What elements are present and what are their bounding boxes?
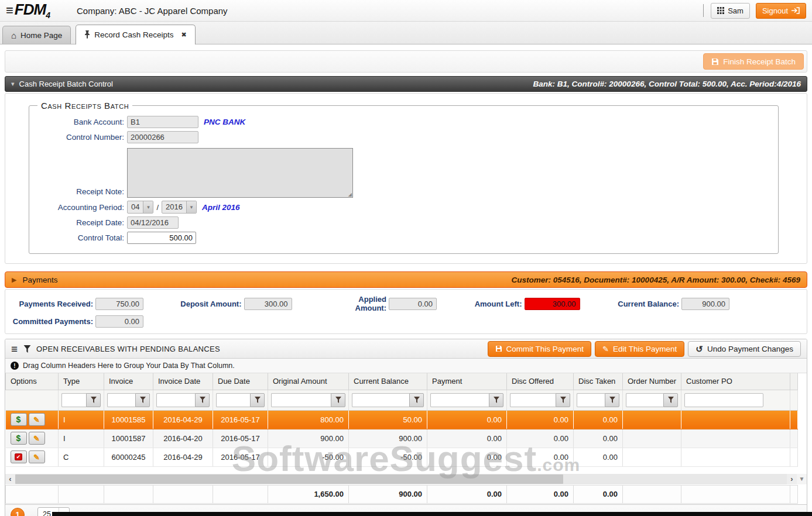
payments-received-field[interactable]: [95, 298, 143, 310]
header-row: Options Type Invoice Invoice Date Due Da…: [6, 373, 798, 390]
tab-bar: ⌂ Home Page Record Cash Receipts ✖: [0, 22, 812, 44]
filter-input-invoice-date[interactable]: [156, 393, 195, 407]
cell-customer-po: [681, 429, 790, 448]
filter-funnel-icon[interactable]: [556, 393, 570, 407]
scroll-down-icon[interactable]: ▼: [797, 474, 807, 484]
receipt-date-field[interactable]: [127, 216, 179, 229]
undo-payment-button[interactable]: ↺ Undo Payment Changes: [688, 341, 801, 357]
dollar-icon: $: [16, 415, 21, 424]
filter-funnel-icon[interactable]: [605, 393, 619, 407]
brand-sub: 4: [46, 11, 50, 20]
filter-input-disc-taken[interactable]: [577, 393, 605, 407]
table-row[interactable]: $ ✎ I 10001585 2016-04-29 2016-05-17 800…: [6, 410, 798, 429]
batch-control-header[interactable]: ▾ Cash Receipt Batch Control Bank: B1, C…: [5, 76, 807, 92]
scroll-left-icon[interactable]: ‹: [5, 474, 15, 484]
finish-receipt-batch-button[interactable]: Finish Receipt Batch: [703, 53, 804, 70]
scroll-right-icon[interactable]: ›: [787, 474, 797, 484]
col-header-original-amount[interactable]: Original Amount: [268, 373, 349, 390]
grid-filter-icon[interactable]: [23, 345, 31, 353]
cell-order-number: [623, 429, 681, 448]
signout-icon: [792, 7, 800, 14]
hamburger-menu-icon[interactable]: ≡: [6, 4, 13, 17]
filter-input-customer-po[interactable]: [684, 393, 763, 407]
filter-input-invoice[interactable]: [107, 393, 135, 407]
grid-action-buttons: Commit This Payment ✎ Edit This Payment …: [488, 341, 801, 357]
filter-input-order-number[interactable]: [626, 393, 663, 407]
deposit-amount-field[interactable]: [244, 298, 292, 310]
page-1-button[interactable]: 1: [11, 508, 25, 516]
col-header-customer-po[interactable]: Customer PO: [681, 373, 790, 390]
col-header-current-balance[interactable]: Current Balance: [349, 373, 427, 390]
save-icon: [711, 58, 719, 66]
filter-funnel-icon[interactable]: [489, 393, 503, 407]
filter-funnel-icon[interactable]: [331, 393, 345, 407]
current-balance-field[interactable]: [681, 298, 729, 310]
edit-row-button[interactable]: ✎: [29, 413, 45, 426]
cell-due-date: 2016-05-17: [213, 410, 268, 429]
control-total-field[interactable]: [127, 232, 196, 244]
filter-input-payment[interactable]: [430, 393, 489, 407]
control-total-row: Control Total:: [37, 232, 770, 244]
filter-funnel-icon[interactable]: [663, 393, 678, 407]
applied-amount-field[interactable]: [389, 298, 437, 310]
table-row[interactable]: $ ✎ I 10001587 2016-04-20 2016-05-17 900…: [6, 429, 798, 448]
filter-cell-options: [6, 390, 59, 410]
select-credit-button[interactable]: ✔: [11, 450, 27, 463]
receipt-note-field[interactable]: ◢: [127, 148, 353, 198]
filter-funnel-icon[interactable]: [86, 393, 101, 407]
payments-header[interactable]: ▶ Payments Customer: 054516, Document#: …: [5, 271, 807, 288]
apply-payment-button[interactable]: $: [11, 432, 27, 445]
col-header-type[interactable]: Type: [59, 373, 104, 390]
commit-payment-button[interactable]: Commit This Payment: [488, 341, 592, 357]
grid-menu-icon[interactable]: ≡: [11, 343, 18, 355]
col-header-disc-taken[interactable]: Disc Taken: [574, 373, 623, 390]
filter-input-current-balance[interactable]: [352, 393, 409, 407]
scrollbar-track[interactable]: [15, 474, 787, 484]
col-header-payment[interactable]: Payment: [427, 373, 507, 390]
collapse-caret-icon[interactable]: ▾: [11, 80, 15, 88]
control-total-label: Control Total:: [37, 233, 124, 242]
col-header-invoice-date[interactable]: Invoice Date: [153, 373, 213, 390]
user-menu-button[interactable]: Sam: [711, 3, 750, 19]
batch-control-title: Cash Receipt Batch Control: [19, 80, 113, 88]
cell-due-date: 2016-05-17: [213, 448, 268, 466]
edit-payment-button[interactable]: ✎ Edit This Payment: [595, 341, 684, 357]
totals-row: 1,650.00 900.00 0.00 0.00 0.00: [5, 485, 798, 504]
filter-input-due-date[interactable]: [216, 393, 250, 407]
col-header-invoice[interactable]: Invoice: [104, 373, 153, 390]
cell-disc-offered: 0.00: [507, 448, 574, 466]
tab-record-cash-receipts[interactable]: Record Cash Receipts ✖: [76, 25, 195, 44]
filter-input-disc-offered[interactable]: [510, 393, 556, 407]
table-row[interactable]: ✔ ✎ C 60000245 2016-04-29 2016-05-17 -50…: [6, 448, 798, 466]
filter-funnel-icon[interactable]: [135, 393, 150, 407]
edit-row-button[interactable]: ✎: [29, 450, 45, 463]
period-month-select[interactable]: 04 ▾: [127, 201, 153, 214]
cell-customer-po: [681, 448, 790, 466]
edit-pencil-icon: ✎: [33, 435, 40, 442]
col-header-order-number[interactable]: Order Number: [623, 373, 681, 390]
bottom-bar: [52, 512, 812, 516]
col-header-due-date[interactable]: Due Date: [213, 373, 268, 390]
bank-account-field[interactable]: [127, 116, 198, 128]
apply-payment-button[interactable]: $: [11, 413, 27, 426]
amount-left-field[interactable]: [525, 298, 580, 310]
resize-handle-icon[interactable]: ◢: [348, 192, 352, 197]
filter-input-original-amount[interactable]: [271, 393, 331, 407]
filter-input-type[interactable]: [61, 393, 86, 407]
filter-funnel-icon[interactable]: [250, 393, 265, 407]
col-header-options[interactable]: Options: [6, 373, 59, 390]
close-icon[interactable]: ✖: [181, 31, 186, 39]
committed-payments-field[interactable]: [95, 315, 143, 328]
group-by-dropzone[interactable]: ! Drag Column Headers Here to Group Your…: [5, 359, 807, 373]
expand-caret-icon[interactable]: ▶: [12, 276, 16, 284]
tab-home-page[interactable]: ⌂ Home Page: [2, 26, 71, 44]
filter-funnel-icon[interactable]: [195, 393, 210, 407]
scrollbar-thumb[interactable]: [15, 474, 563, 484]
signout-button[interactable]: Signout: [756, 3, 806, 19]
period-year-select[interactable]: 2016 ▾: [162, 201, 197, 214]
pushpin-icon[interactable]: [84, 30, 90, 39]
control-number-field[interactable]: [127, 131, 198, 143]
col-header-disc-offered[interactable]: Disc Offered: [507, 373, 574, 390]
edit-row-button[interactable]: ✎: [29, 432, 45, 445]
filter-funnel-icon[interactable]: [409, 393, 424, 407]
